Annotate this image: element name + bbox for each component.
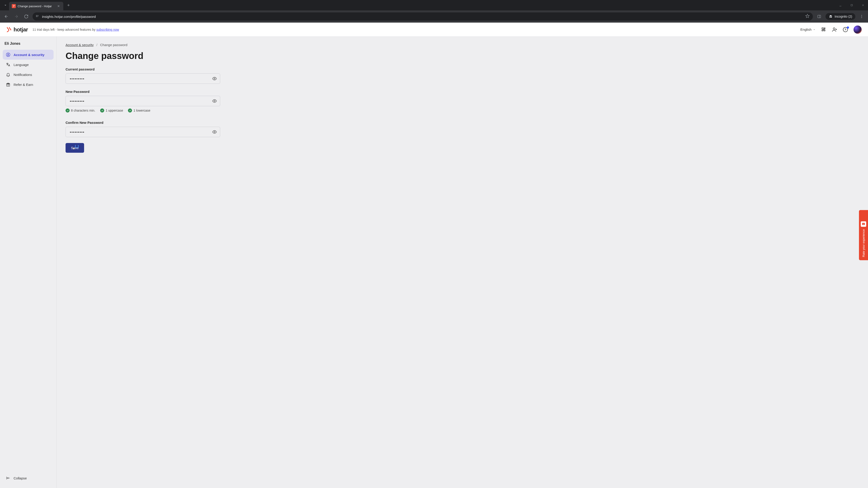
sidebar-item-label: Account & security xyxy=(13,53,44,57)
app-header: hotjar 11 trial days left - keep advance… xyxy=(0,23,868,37)
svg-rect-0 xyxy=(851,4,852,6)
url-text: insights.hotjar.com/profile/password xyxy=(42,15,803,19)
svg-point-14 xyxy=(214,100,215,102)
svg-point-3 xyxy=(36,17,37,17)
notification-dot xyxy=(847,26,849,29)
collapse-label: Collapse xyxy=(13,476,27,480)
incognito-label: Incognito (2) xyxy=(835,15,852,18)
feedback-label: Rate your experience xyxy=(862,229,865,257)
sidebar-item-label: Refer & Earn xyxy=(13,83,33,87)
confirm-password-input[interactable] xyxy=(66,127,220,137)
logo-text: hotjar xyxy=(13,26,28,33)
svg-point-7 xyxy=(862,18,862,18)
reveal-password-icon[interactable] xyxy=(212,98,217,103)
minimize-icon[interactable] xyxy=(837,2,844,8)
svg-rect-4 xyxy=(818,15,821,18)
incognito-indicator[interactable]: Incognito (2) xyxy=(826,13,855,20)
password-rule: 1 uppercase xyxy=(100,108,123,112)
reveal-password-icon[interactable] xyxy=(212,129,217,134)
main-content: Account & security / Change password Cha… xyxy=(57,37,868,488)
sidebar-item-language[interactable]: Language xyxy=(3,60,54,70)
sidebar-collapse-button[interactable]: Collapse xyxy=(3,473,54,483)
page-title: Change password xyxy=(66,51,859,61)
language-selector[interactable]: English xyxy=(800,28,815,31)
tab-close-icon[interactable] xyxy=(57,4,61,8)
language-icon xyxy=(6,62,10,67)
svg-point-1 xyxy=(36,15,37,15)
breadcrumb-parent[interactable]: Account & security xyxy=(66,43,94,47)
gift-icon xyxy=(6,82,10,87)
browser-menu-icon[interactable] xyxy=(858,13,865,20)
hotjar-logo-icon xyxy=(6,27,12,32)
feedback-tab[interactable]: Rate your experience xyxy=(859,210,868,260)
sidebar-user-name: Eli Jones xyxy=(3,41,54,50)
svg-point-5 xyxy=(862,15,862,15)
reload-button[interactable] xyxy=(23,13,30,20)
current-password-label: Current password xyxy=(66,67,220,71)
help-icon[interactable] xyxy=(843,27,848,32)
subscribe-link[interactable]: subscribing now xyxy=(96,28,119,31)
check-icon xyxy=(100,108,104,112)
check-icon xyxy=(128,108,132,112)
save-button[interactable]: Save xyxy=(66,143,84,153)
breadcrumb-current: Change password xyxy=(100,43,127,47)
trial-banner: 11 trial days left - keep advanced featu… xyxy=(33,28,119,31)
check-icon xyxy=(66,108,70,112)
site-info-icon[interactable] xyxy=(36,14,40,19)
window-controls xyxy=(837,2,866,8)
close-window-icon[interactable] xyxy=(860,2,866,8)
browser-toolbar: insights.hotjar.com/profile/password Inc… xyxy=(0,10,868,23)
tab-search-dropdown[interactable] xyxy=(2,2,9,9)
svg-point-11 xyxy=(8,54,9,55)
side-panel-icon[interactable] xyxy=(815,13,823,20)
confirm-password-label: Confirm New Password xyxy=(66,121,220,125)
browser-tab[interactable]: Change password - Hotjar xyxy=(9,2,63,10)
password-rules: 8 characters min. 1 uppercase 1 lowercas… xyxy=(66,108,220,112)
maximize-icon[interactable] xyxy=(848,2,855,8)
svg-point-15 xyxy=(214,131,215,133)
svg-point-10 xyxy=(6,53,10,57)
svg-point-13 xyxy=(214,78,215,79)
sidebar-item-account-security[interactable]: Account & security xyxy=(3,50,54,60)
reveal-password-icon[interactable] xyxy=(212,76,217,81)
svg-point-6 xyxy=(862,16,862,17)
sidebar: Eli Jones Account & security Language No… xyxy=(0,37,57,488)
password-rule: 1 lowercase xyxy=(128,108,150,112)
breadcrumb: Account & security / Change password xyxy=(66,43,859,47)
forward-button[interactable] xyxy=(13,13,20,20)
new-tab-button[interactable] xyxy=(65,2,72,8)
url-bar[interactable]: insights.hotjar.com/profile/password xyxy=(33,12,813,21)
sidebar-item-notifications[interactable]: Notifications xyxy=(3,70,54,79)
user-avatar[interactable] xyxy=(854,26,862,34)
hotjar-favicon xyxy=(12,4,16,8)
bookmark-star-icon[interactable] xyxy=(805,14,810,19)
browser-tab-bar: Change password - Hotjar xyxy=(0,0,868,10)
password-rule: 8 characters min. xyxy=(66,108,95,112)
svg-point-2 xyxy=(36,16,37,16)
sidebar-item-label: Language xyxy=(13,63,29,67)
sidebar-item-label: Notifications xyxy=(13,73,32,76)
integrations-icon[interactable] xyxy=(821,27,827,32)
collapse-icon xyxy=(6,476,10,480)
sidebar-item-refer-earn[interactable]: Refer & Earn xyxy=(3,79,54,90)
bell-icon xyxy=(6,72,10,77)
user-circle-icon xyxy=(6,53,10,57)
new-password-label: New Password xyxy=(66,90,220,94)
hotjar-app: hotjar 11 trial days left - keep advance… xyxy=(0,23,868,488)
loading-spinner-icon xyxy=(75,144,79,148)
new-password-input[interactable] xyxy=(66,96,220,106)
tab-title: Change password - Hotjar xyxy=(18,4,55,8)
invite-user-icon[interactable] xyxy=(832,27,837,32)
feedback-smiley-icon xyxy=(861,221,866,227)
current-password-input[interactable] xyxy=(66,73,220,84)
back-button[interactable] xyxy=(3,13,10,20)
hotjar-logo[interactable]: hotjar xyxy=(6,26,28,33)
svg-point-8 xyxy=(833,28,835,30)
